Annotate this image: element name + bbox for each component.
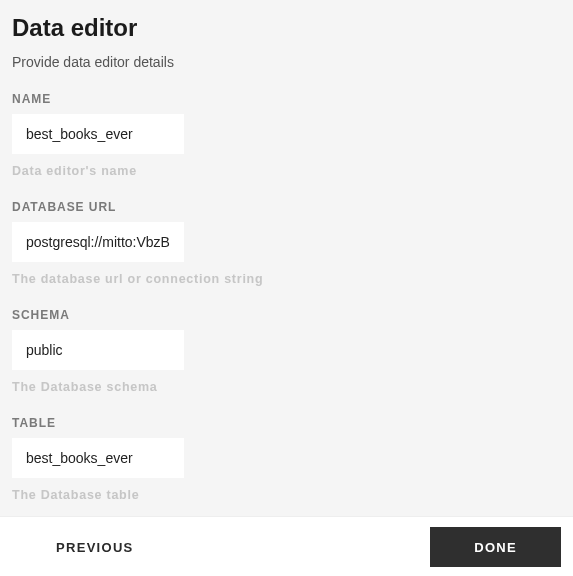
schema-label: SCHEMA (12, 308, 561, 322)
field-group-table: TABLE The Database table (12, 416, 561, 502)
footer-actions: Previous Done (0, 516, 573, 576)
database-url-input[interactable] (12, 222, 184, 262)
table-input[interactable] (12, 438, 184, 478)
table-label: TABLE (12, 416, 561, 430)
name-input[interactable] (12, 114, 184, 154)
field-group-schema: SCHEMA The Database schema (12, 308, 561, 394)
database-url-label: DATABASE URL (12, 200, 561, 214)
table-help: The Database table (12, 488, 561, 502)
database-url-help: The database url or connection string (12, 272, 561, 286)
page-title: Data editor (12, 14, 561, 42)
schema-input[interactable] (12, 330, 184, 370)
schema-help: The Database schema (12, 380, 561, 394)
name-help: Data editor's name (12, 164, 561, 178)
name-label: NAME (12, 92, 561, 106)
footer-spacer (190, 527, 419, 566)
field-group-name: NAME Data editor's name (12, 92, 561, 178)
field-group-database-url: DATABASE URL The database url or connect… (12, 200, 561, 286)
previous-button[interactable]: Previous (12, 527, 178, 567)
page-subtitle: Provide data editor details (12, 54, 561, 70)
done-button[interactable]: Done (430, 527, 561, 567)
